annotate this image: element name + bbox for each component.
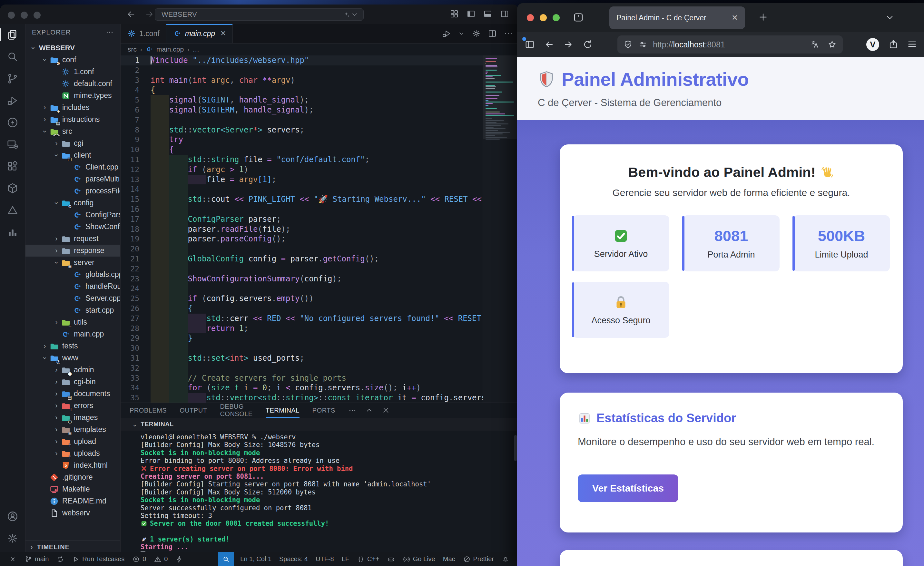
tree-item-request[interactable]: ›request bbox=[26, 233, 120, 245]
tree-item-parseMultipart[interactable]: parseMultipart… bbox=[26, 173, 120, 185]
tree-item-default.conf[interactable]: default.conf bbox=[26, 78, 120, 90]
tree-item-templates[interactable]: ›≡templates bbox=[26, 424, 120, 436]
chevron-down-icon[interactable] bbox=[351, 10, 359, 19]
tree-item-ConfigParser.c[interactable]: ConfigParser.c… bbox=[26, 209, 120, 221]
menu-icon[interactable] bbox=[907, 39, 918, 49]
tree-item-cgi[interactable]: ›cgi bbox=[26, 137, 120, 149]
tree-item-processFileUpl[interactable]: processFileUpl… bbox=[26, 185, 120, 197]
tree-item-config[interactable]: ›⚙config bbox=[26, 197, 120, 209]
tree-item-.gitignore[interactable]: .gitignore bbox=[26, 471, 120, 483]
reload-icon[interactable] bbox=[582, 39, 593, 50]
statusbar-language-mode[interactable]: C++ bbox=[353, 552, 383, 566]
more-actions-icon[interactable] bbox=[105, 28, 114, 36]
activity-extensions-icon[interactable] bbox=[0, 155, 25, 177]
toggle-sidebar-icon[interactable] bbox=[466, 9, 476, 19]
toggle-panel-icon[interactable] bbox=[483, 9, 493, 19]
tree-item-server[interactable]: ›≡server bbox=[26, 256, 120, 268]
tree-item-conf[interactable]: ›⚙conf bbox=[26, 54, 120, 66]
url-text[interactable]: http://localhost:8081 bbox=[653, 40, 810, 49]
tree-item-handleRoutes.[interactable]: handleRoutes.… bbox=[26, 280, 120, 292]
tree-item-webserv[interactable]: webserv bbox=[26, 507, 120, 519]
share-icon[interactable] bbox=[888, 39, 899, 49]
view-statistics-button[interactable]: Ver Estatísticas bbox=[578, 475, 678, 502]
tree-item-includes[interactable]: ›+includes bbox=[26, 102, 120, 114]
panel-toggle-icon[interactable] bbox=[524, 39, 535, 50]
sidebar-toggle-icon[interactable] bbox=[573, 12, 584, 23]
copilot-icon[interactable] bbox=[342, 10, 351, 19]
statusbar-go-live[interactable]: Go Live bbox=[399, 552, 439, 566]
panel-tab-ports[interactable]: PORTS bbox=[312, 403, 335, 418]
statusbar-pets[interactable] bbox=[383, 552, 399, 566]
close-tab-icon[interactable]: ✕ bbox=[728, 13, 738, 22]
activity-settings-icon[interactable] bbox=[0, 527, 25, 549]
panel-tab-problems[interactable]: PROBLEMS bbox=[130, 403, 166, 418]
tree-item-client[interactable]: ›▢client bbox=[26, 149, 120, 161]
translate-icon[interactable] bbox=[810, 40, 820, 49]
statusbar-indentation[interactable]: Spaces: 4 bbox=[275, 552, 312, 566]
editor-tab-main.cpp[interactable]: main.cpp✕ bbox=[166, 24, 233, 43]
terminal-output[interactable]: vleonel@Leonelthe13 WEBSERV % ./webserv[… bbox=[141, 433, 512, 552]
settings-gear-icon[interactable] bbox=[471, 29, 481, 38]
activity-thunder-client-icon[interactable] bbox=[0, 112, 25, 133]
tree-item-utils[interactable]: ›+utils bbox=[26, 316, 120, 328]
tree-item-response[interactable]: ›response bbox=[26, 245, 120, 256]
statusbar-notifications[interactable] bbox=[498, 552, 513, 566]
minimap[interactable] bbox=[483, 55, 518, 403]
history-back-icon[interactable] bbox=[126, 9, 136, 19]
statusbar-os-indicator[interactable]: Mac bbox=[439, 552, 459, 566]
site-settings-icon[interactable] bbox=[638, 40, 648, 49]
tree-item-errors[interactable]: ›!errors bbox=[26, 400, 120, 412]
shield-icon[interactable] bbox=[623, 40, 633, 49]
statusbar-quick-action[interactable] bbox=[171, 552, 187, 566]
tree-item-www[interactable]: ›◎www bbox=[26, 352, 120, 364]
activity-remote-explorer-icon[interactable] bbox=[0, 133, 25, 155]
toggle-secondary-sidebar-icon[interactable] bbox=[500, 9, 509, 19]
statusbar-zoom-tool[interactable] bbox=[218, 552, 234, 566]
statusbar-warnings[interactable]: 0 bbox=[150, 552, 171, 566]
tree-item-start.cpp[interactable]: start.cpp bbox=[26, 304, 120, 316]
tree-item-README.md[interactable]: README.md bbox=[26, 495, 120, 507]
panel-tab-terminal[interactable]: TERMINAL bbox=[266, 403, 300, 418]
tree-item-main.cpp[interactable]: main.cpp bbox=[26, 328, 120, 340]
tree-item-documents[interactable]: ›▤documents bbox=[26, 388, 120, 400]
close-panel-icon[interactable] bbox=[382, 406, 390, 415]
activity-explorer-icon[interactable] bbox=[0, 24, 25, 46]
profile-badge[interactable]: V bbox=[866, 38, 879, 51]
activity-run-and-debug-icon[interactable] bbox=[0, 90, 25, 112]
editor-tab-1.conf[interactable]: 1.conf bbox=[121, 24, 166, 43]
statusbar-eol[interactable]: LF bbox=[338, 552, 353, 566]
address-bar[interactable]: http://localhost:8081 bbox=[617, 36, 843, 54]
tree-item-Client.cpp[interactable]: Client.cpp bbox=[26, 161, 120, 173]
customize-layout-icon[interactable] bbox=[449, 9, 459, 19]
more-actions-icon[interactable] bbox=[348, 406, 357, 415]
tree-item-cgi-bin[interactable]: ›cgi-bin bbox=[26, 376, 120, 388]
tree-item-1.conf[interactable]: 1.conf bbox=[26, 66, 120, 78]
tree-item-ShowConfigur[interactable]: ShowConfigur… bbox=[26, 221, 120, 233]
new-tab-icon[interactable] bbox=[758, 12, 769, 22]
tree-item-tests[interactable]: ›tests bbox=[26, 340, 120, 352]
tree-item-images[interactable]: ›○images bbox=[26, 412, 120, 424]
statusbar-cursor-position[interactable]: Ln 1, Col 1 bbox=[236, 552, 275, 566]
chevron-down-icon[interactable]: ⌄ bbox=[132, 421, 137, 428]
tree-item-WEBSERV[interactable]: ›WEBSERV bbox=[26, 42, 120, 54]
close-tab-icon[interactable]: ✕ bbox=[220, 29, 226, 38]
chevron-down-icon[interactable] bbox=[458, 29, 465, 38]
tree-item-mime.types[interactable]: mime.types bbox=[26, 90, 120, 102]
code-editor[interactable]: 1#include "../includes/webserv.hpp"23int… bbox=[121, 55, 518, 403]
browser-tab[interactable]: Painel Admin - C de Çerver ✕ bbox=[609, 6, 745, 29]
panel-tab-debug-console[interactable]: DEBUG CONSOLE bbox=[220, 403, 252, 418]
split-editor-icon[interactable] bbox=[488, 29, 497, 38]
tree-item-instructions[interactable]: ›▤instructions bbox=[26, 114, 120, 126]
activity-source-control-icon[interactable] bbox=[0, 68, 25, 90]
activity-profiler-icon[interactable] bbox=[0, 221, 25, 243]
tree-item-globals.cpp[interactable]: globals.cpp bbox=[26, 268, 120, 280]
timeline-section[interactable]: › TIMELINE bbox=[26, 540, 120, 553]
tree-item-Makefile[interactable]: Makefile bbox=[26, 483, 120, 495]
more-actions-icon[interactable] bbox=[504, 29, 513, 38]
statusbar-git-branch[interactable]: main bbox=[21, 552, 52, 566]
window-controls[interactable] bbox=[8, 12, 40, 19]
window-controls[interactable] bbox=[527, 14, 560, 21]
statusbar-remote-indicator[interactable] bbox=[5, 552, 21, 566]
activity-docker-icon[interactable] bbox=[0, 177, 25, 199]
bookmark-star-icon[interactable] bbox=[827, 40, 837, 49]
